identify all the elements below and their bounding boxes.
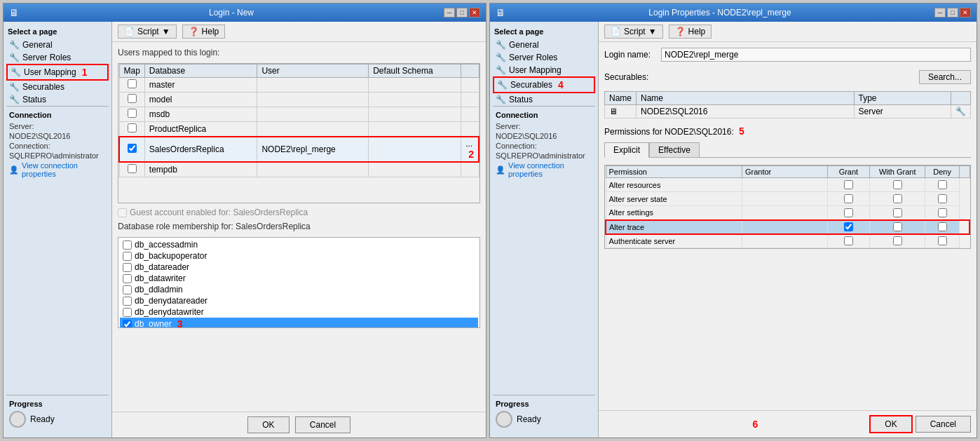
tab-explicit[interactable]: Explicit xyxy=(604,142,649,158)
deny-checkbox[interactable] xyxy=(938,180,947,189)
roles-list: db_accessadmindb_backupoperatordb_datare… xyxy=(118,237,480,328)
left-progress-title: Progress xyxy=(9,400,106,408)
map-checkbox[interactable] xyxy=(128,123,137,133)
right-sidebar-item-server-roles[interactable]: 🔧 Server Roles xyxy=(493,51,595,64)
right-sidebar-item-status[interactable]: 🔧 Status xyxy=(493,93,595,106)
extra-cell: ... 2 xyxy=(461,137,479,162)
map-checkbox[interactable] xyxy=(128,164,137,173)
right-sidebar-item-general[interactable]: 🔧 General xyxy=(493,39,595,51)
search-button[interactable]: Search... xyxy=(919,70,971,84)
map-checkbox[interactable] xyxy=(128,94,137,103)
login-name-input[interactable] xyxy=(661,48,971,62)
role-item[interactable]: db_denydatawriter xyxy=(120,306,478,318)
role-checkbox[interactable] xyxy=(123,320,132,329)
withgrant-checkbox[interactable] xyxy=(893,180,902,189)
role-checkbox[interactable] xyxy=(123,240,132,250)
deny-checkbox[interactable] xyxy=(938,194,947,203)
deny-checkbox[interactable] xyxy=(938,222,947,231)
role-checkbox[interactable] xyxy=(123,297,132,306)
left-view-properties-link[interactable]: 👤 View connection properties xyxy=(9,161,106,178)
extra-cell xyxy=(461,162,479,177)
perm-col-grant: Grant xyxy=(827,166,870,178)
minimize-btn[interactable]: ─ xyxy=(444,8,455,18)
perm-name-cell: Connect Any Database xyxy=(606,248,742,250)
deny-checkbox[interactable] xyxy=(938,236,947,245)
deny-checkbox[interactable] xyxy=(938,208,947,217)
grant-checkbox[interactable] xyxy=(844,222,853,231)
grant-checkbox[interactable] xyxy=(844,236,853,245)
role-item[interactable]: db_backupoperator xyxy=(120,250,478,262)
right-wrench-icon-general: 🔧 xyxy=(496,40,506,50)
role-label: db_accessadmin xyxy=(135,240,198,250)
user-cell xyxy=(257,93,369,107)
grant-checkbox[interactable] xyxy=(844,208,853,217)
sidebar-item-server-roles[interactable]: 🔧 Server Roles xyxy=(6,51,109,64)
annotation-5: 5 xyxy=(739,125,744,137)
maximize-btn[interactable]: □ xyxy=(456,8,468,18)
right-maximize-btn[interactable]: □ xyxy=(947,8,958,18)
role-item[interactable]: db_datareader xyxy=(120,262,478,273)
perm-deny-cell xyxy=(925,248,960,250)
tab-effective[interactable]: Effective xyxy=(649,142,700,157)
sidebar-item-user-mapping[interactable]: 🔧 User Mapping 1 xyxy=(6,64,109,81)
right-sidebar-item-securables[interactable]: 🔧 Securables 4 xyxy=(493,76,595,93)
sidebar-item-securables-left[interactable]: 🔧 Securables xyxy=(6,81,109,93)
role-checkbox[interactable] xyxy=(123,308,132,317)
table-row: Connect Any Database xyxy=(606,248,969,250)
left-progress-indicator: Ready xyxy=(9,411,106,428)
role-checkbox[interactable] xyxy=(123,263,132,272)
grant-checkbox[interactable] xyxy=(844,180,853,189)
left-connection-label: Connection: xyxy=(9,142,106,150)
close-btn[interactable]: ✕ xyxy=(469,8,480,18)
withgrant-checkbox[interactable] xyxy=(893,208,902,217)
col-database: Database xyxy=(144,65,257,78)
right-window-title: Login Properties - NODE2\repl_merge xyxy=(505,8,934,18)
right-wrench-icon-status: 🔧 xyxy=(496,95,506,104)
grant-checkbox[interactable] xyxy=(844,194,853,203)
left-progress-section: Progress Ready xyxy=(6,395,109,432)
right-minimize-btn[interactable]: ─ xyxy=(934,8,946,18)
left-ok-button[interactable]: OK xyxy=(247,416,290,433)
permissions-tabs: Explicit Effective xyxy=(604,142,971,158)
right-connection-section: Connection Server: NODE2\SQL2016 Connect… xyxy=(493,106,595,182)
help-button-right[interactable]: ❓ Help xyxy=(669,25,712,39)
perm-withgrant-cell xyxy=(870,248,925,250)
right-server-value: NODE2\SQL2016 xyxy=(496,132,592,140)
role-item[interactable]: db_denydatareader xyxy=(120,295,478,306)
perm-withgrant-cell xyxy=(870,206,925,220)
role-checkbox[interactable] xyxy=(123,274,132,283)
map-checkbox[interactable] xyxy=(128,144,137,153)
role-item[interactable]: db_datawriter xyxy=(120,273,478,284)
right-view-properties-link[interactable]: 👤 View connection properties xyxy=(496,161,592,178)
role-checkbox[interactable] xyxy=(123,285,132,294)
script-button-left[interactable]: 📄 Script ▼ xyxy=(118,25,177,39)
sec-col-name: Name xyxy=(605,92,637,105)
sidebar-item-general[interactable]: 🔧 General xyxy=(6,39,109,51)
script-button-right[interactable]: 📄 Script ▼ xyxy=(604,25,663,39)
perm-grant-cell xyxy=(827,192,870,206)
role-item[interactable]: db_owner 3 xyxy=(120,318,478,328)
db-cell: msdb xyxy=(144,107,257,122)
wrench-icon-serverroles: 🔧 xyxy=(9,53,20,62)
perm-col-grantor: Grantor xyxy=(742,166,827,178)
left-cancel-button[interactable]: Cancel xyxy=(295,416,351,433)
map-checkbox[interactable] xyxy=(128,109,137,118)
help-button-left[interactable]: ❓ Help xyxy=(182,25,226,39)
withgrant-checkbox[interactable] xyxy=(893,236,902,245)
map-checkbox[interactable] xyxy=(128,79,137,88)
role-item[interactable]: db_ddladmin xyxy=(120,284,478,295)
withgrant-checkbox[interactable] xyxy=(893,222,902,231)
right-cancel-button[interactable]: Cancel xyxy=(916,416,971,433)
withgrant-checkbox[interactable] xyxy=(893,194,902,203)
right-progress-title: Progress xyxy=(496,400,592,408)
right-ok-button[interactable]: OK xyxy=(869,415,912,433)
table-row: Authenticate server xyxy=(606,234,969,248)
sidebar-item-status-left[interactable]: 🔧 Status xyxy=(6,93,109,106)
role-item[interactable]: db_accessadmin xyxy=(120,239,478,250)
right-sidebar-item-user-mapping[interactable]: 🔧 User Mapping xyxy=(493,64,595,76)
perm-grantor-cell xyxy=(742,248,827,250)
right-close-btn[interactable]: ✕ xyxy=(960,8,971,18)
guest-account-checkbox[interactable] xyxy=(118,208,127,217)
role-checkbox[interactable] xyxy=(123,252,132,261)
col-map: Map xyxy=(119,65,144,78)
